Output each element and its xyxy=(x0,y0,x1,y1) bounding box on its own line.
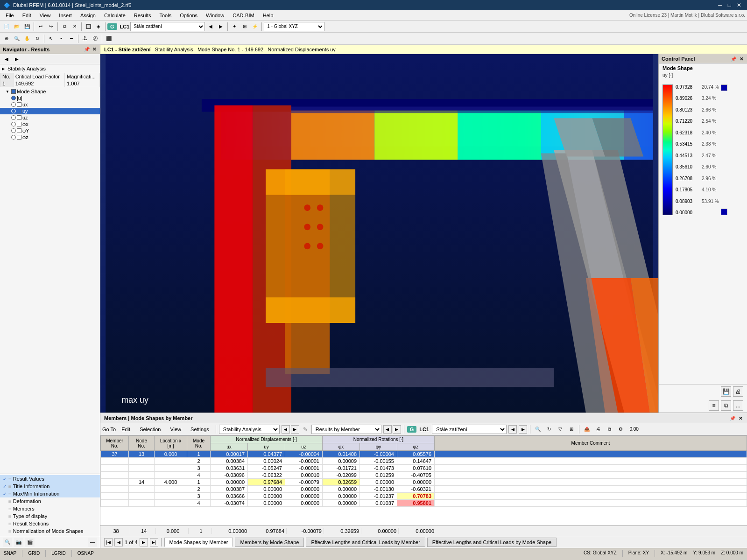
viewport-3d[interactable]: max uy xyxy=(100,54,658,413)
nav-pin-btn[interactable]: 📌 xyxy=(83,47,91,52)
results-export-btn[interactable]: 📤 xyxy=(582,425,592,434)
nav-maxmin-info[interactable]: ✓ ≡ Max/Min Information xyxy=(0,490,100,497)
table-row[interactable]: 2 0.00387 0.00000 0.00000 0.00000 -0.001… xyxy=(101,486,747,493)
results-search-btn[interactable]: 🔍 xyxy=(533,425,543,434)
tab-effective-lengths-by-mode[interactable]: Effective Lengths and Critical Loads by … xyxy=(427,538,557,547)
nav-u-item[interactable]: |u| xyxy=(0,95,100,101)
calc-btn[interactable]: ⚡ xyxy=(250,22,260,31)
display-btn[interactable]: 🖧 xyxy=(80,34,90,43)
cp-more-btn[interactable]: ... xyxy=(733,400,743,411)
pan-btn[interactable]: ✋ xyxy=(22,34,32,43)
phiz-radio[interactable] xyxy=(11,135,16,140)
nav-close-btn[interactable]: ✕ xyxy=(92,47,97,52)
select-btn[interactable]: ↖ xyxy=(46,34,56,43)
nav-icon4[interactable]: — xyxy=(88,538,97,547)
menu-tools[interactable]: Tools xyxy=(155,12,175,19)
open-btn[interactable]: 📂 xyxy=(12,22,21,31)
status-snap[interactable]: SNAP xyxy=(4,551,16,556)
nav-result-values[interactable]: ✓ ≡ Result Values xyxy=(0,475,100,483)
nav-stability-item[interactable]: ▶ Stability Analysis xyxy=(0,65,100,72)
table-row[interactable]: 3 0.03666 0.00000 0.00000 0.00000 -0.012… xyxy=(101,493,747,500)
nav-row-mag[interactable]: 1.007 xyxy=(65,80,100,87)
delete-btn[interactable]: ✕ xyxy=(70,22,79,31)
navigator-header-btns[interactable]: 📌 ✕ xyxy=(83,47,97,52)
section-btn[interactable]: ⬛ xyxy=(104,34,113,43)
menu-results[interactable]: Results xyxy=(130,12,155,19)
phiy-checkbox[interactable] xyxy=(17,128,21,133)
nav-result-sections[interactable]: ✓ ≡ Result Sections xyxy=(0,520,100,527)
window-controls[interactable]: ─ □ ✕ xyxy=(716,2,743,8)
ux-checkbox[interactable] xyxy=(17,102,21,107)
nav-uz-item[interactable]: uz xyxy=(0,114,100,121)
close-button[interactable]: ✕ xyxy=(735,2,743,8)
table-row[interactable]: 3 0.03631 -0.05247 -0.00001 -0.01721 -0.… xyxy=(101,465,747,472)
node-btn[interactable]: • xyxy=(56,34,66,43)
results-lc-prev[interactable]: ◀ xyxy=(508,425,517,434)
nav-members[interactable]: ✓ ≡ Members xyxy=(0,505,100,512)
annotate-btn[interactable]: Ⓐ xyxy=(91,34,100,43)
member-btn[interactable]: ━ xyxy=(67,34,76,43)
menu-window[interactable]: Window xyxy=(202,12,228,19)
results-pin-btn[interactable]: 📌 xyxy=(729,416,736,421)
lc-prev-btn[interactable]: ◀ xyxy=(206,22,215,31)
results-lc-next[interactable]: ▶ xyxy=(519,425,527,434)
phix-radio[interactable] xyxy=(11,122,16,126)
nav-type-display[interactable]: ✓ ≡ Type of display xyxy=(0,512,100,520)
redo-btn[interactable]: ↪ xyxy=(46,22,56,31)
results-columns-btn[interactable]: ⊞ xyxy=(567,425,576,434)
table-row[interactable]: 2 0.00384 0.00024 -0.00001 0.00009 -0.00… xyxy=(101,458,747,465)
uy-checkbox[interactable] xyxy=(17,109,21,113)
ux-radio[interactable] xyxy=(11,102,16,107)
table-row[interactable]: 37 13 0.000 1 0.00017 0.04377 -0.00004 0… xyxy=(101,451,747,458)
minimize-button[interactable]: ─ xyxy=(716,2,724,8)
table-row[interactable]: 4 -0.03074 0.00000 0.00000 0.00000 0.010… xyxy=(101,500,747,507)
cp-header-btns[interactable]: 📌 ✕ xyxy=(730,56,744,62)
copy-btn[interactable]: ⧉ xyxy=(60,22,69,31)
load-case-select[interactable]: Stále zatížení xyxy=(130,22,205,31)
zoom-btn[interactable]: 🔍 xyxy=(12,34,21,43)
nav-phiz-item[interactable]: φz xyxy=(0,134,100,140)
results-header-btns[interactable]: 📌 ✕ xyxy=(729,415,743,421)
nav-icon3[interactable]: 🎬 xyxy=(25,538,35,547)
results-refresh-btn[interactable]: ↻ xyxy=(544,425,554,434)
nav-row-clf[interactable]: 149.692 xyxy=(13,80,64,87)
nav-mode-shape-item[interactable]: ▼ Mode Shape xyxy=(0,88,100,95)
results-copy-btn[interactable]: ⧉ xyxy=(605,425,614,434)
menu-file[interactable]: File xyxy=(2,12,18,19)
show-result-btn[interactable]: ✦ xyxy=(230,22,239,31)
page-last-btn[interactable]: ▶| xyxy=(150,538,158,546)
uz-radio[interactable] xyxy=(11,115,16,120)
page-prev-btn[interactable]: ◀ xyxy=(114,538,123,546)
tab-effective-lengths-by-member[interactable]: Effective Lengths and Critical Loads by … xyxy=(306,538,425,547)
results-zero-btn[interactable]: 0.00 xyxy=(627,425,641,434)
menu-insert[interactable]: Insert xyxy=(55,12,76,19)
table-row[interactable]: 14 4.000 1 0.00000 0.97684 -0.00079 0.32… xyxy=(101,479,747,486)
page-first-btn[interactable]: |◀ xyxy=(104,538,113,546)
status-grid[interactable]: GRID xyxy=(28,551,40,556)
tab-mode-shapes-by-member[interactable]: Mode Shapes by Member xyxy=(164,538,233,547)
menu-calculate[interactable]: Calculate xyxy=(100,12,129,19)
nav-fwd-btn[interactable]: ▶ xyxy=(12,55,21,64)
nav-phix-item[interactable]: φx xyxy=(0,121,100,127)
view-btn[interactable]: 🔲 xyxy=(84,22,93,31)
lc-next-btn[interactable]: ▶ xyxy=(216,22,226,31)
phiz-checkbox[interactable] xyxy=(17,135,21,140)
analysis-prev-btn[interactable]: ◀ xyxy=(282,425,290,434)
nav-phiy-item[interactable]: φY xyxy=(0,127,100,134)
results-lc-select[interactable]: Stále zatížení xyxy=(432,425,507,434)
results-filter-btn[interactable]: ▽ xyxy=(556,425,565,434)
result-prev-btn[interactable]: ◀ xyxy=(383,425,392,434)
results-settings-btn[interactable]: ⚙ xyxy=(616,425,625,434)
results-edit-menu[interactable]: Edit xyxy=(118,426,134,433)
result-type-select[interactable]: Results by Member xyxy=(311,425,381,434)
cp-settings-btn[interactable]: ≡ xyxy=(709,400,719,411)
menu-edit[interactable]: Edit xyxy=(19,12,35,19)
status-osnap[interactable]: OSNAP xyxy=(78,551,94,556)
nav-row-no[interactable]: 1 xyxy=(0,80,14,87)
maximize-button[interactable]: □ xyxy=(726,2,733,8)
cp-save-btn[interactable]: 💾 xyxy=(721,386,731,397)
cp-print-btn[interactable]: 🖨 xyxy=(733,386,743,397)
page-next-btn[interactable]: ▶ xyxy=(140,538,148,546)
menu-cadbim[interactable]: CAD-BIM xyxy=(229,12,258,19)
nav-icon2[interactable]: 📷 xyxy=(14,538,23,547)
